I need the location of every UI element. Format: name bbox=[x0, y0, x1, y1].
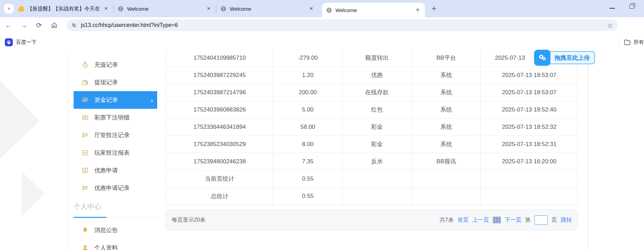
cell-time bbox=[481, 188, 577, 205]
next-page-link[interactable]: 下一页 bbox=[505, 217, 521, 224]
tab-welcome-2[interactable]: Welcome × bbox=[216, 0, 319, 17]
cell-source: 系统 bbox=[411, 67, 481, 84]
cell-source: 系统 bbox=[411, 101, 481, 118]
cell-summary-label: 总统计 bbox=[166, 188, 273, 205]
sidebar-item-personal-profile[interactable]: 个人资料 bbox=[74, 239, 157, 250]
page-jump-input[interactable] bbox=[534, 215, 548, 225]
sidebar-item-hall-bet-records[interactable]: 厅室投注记录 bbox=[74, 126, 157, 144]
drag-upload-label[interactable]: 拖拽至此上传 bbox=[547, 51, 595, 64]
baidu-paw-icon bbox=[5, 38, 13, 46]
sidebar-item-label: 提现记录 bbox=[94, 78, 118, 86]
cell-type: 彩金 bbox=[342, 136, 411, 153]
content-scrollbar[interactable] bbox=[587, 51, 588, 250]
back-button[interactable]: ← bbox=[2, 19, 15, 32]
all-bookmarks-button[interactable]: 所有 bbox=[619, 37, 644, 47]
cell-time bbox=[481, 170, 577, 187]
cell-order-no: 1752403987214796 bbox=[166, 84, 273, 101]
window-restore-button[interactable] bbox=[629, 4, 634, 9]
cell-source: 系统 bbox=[411, 136, 481, 153]
cell-amount: 0.55 bbox=[273, 188, 342, 205]
person-icon bbox=[81, 244, 89, 250]
prev-page-link[interactable]: 上一页 bbox=[472, 217, 489, 224]
fund-records-table: 1752404109985710 -279.00 额度转出 BB平台 2025-… bbox=[166, 51, 578, 205]
first-page-link[interactable]: 首页 bbox=[457, 217, 468, 224]
drag-upload-overlay[interactable]: 拖拽至此上传 bbox=[534, 50, 595, 66]
cell-summary-label: 当前页统计 bbox=[166, 170, 273, 187]
pagination-bar: 每页显示20条 共7条 首页 上一页 [1] 下一页 第 页 跳转 bbox=[166, 210, 578, 230]
cell-type: 红包 bbox=[342, 101, 411, 118]
tab-welcome-active[interactable]: Welcome × bbox=[322, 3, 425, 17]
svg-text:¥: ¥ bbox=[84, 64, 86, 67]
sidebar-item-fund-records[interactable]: 资金记录 › bbox=[74, 91, 157, 109]
jump-button[interactable]: 跳转 bbox=[561, 217, 572, 224]
window-minimize-button[interactable] bbox=[609, 8, 615, 9]
sidebar-item-recharge-records[interactable]: ¥ 充值记录 bbox=[74, 56, 157, 74]
site-settings-icon[interactable] bbox=[71, 22, 77, 28]
tab-close-icon[interactable]: × bbox=[102, 5, 110, 12]
sidebar-item-promo-apply[interactable]: 优惠申请 bbox=[74, 162, 157, 179]
home-icon bbox=[51, 22, 58, 29]
cell-source: BB视讯 bbox=[411, 153, 481, 170]
tab-forum[interactable]: 【新提醒】【实战有奖】今天在 × bbox=[14, 0, 113, 17]
plus-icon: + bbox=[432, 4, 436, 13]
cell-type bbox=[342, 170, 411, 187]
page-content: ¥ 充值记录 提现记录 资金记录 › 彩票下注明细 厅室投注记录 bbox=[0, 51, 644, 250]
tab-search-chevron-button[interactable]: ˅ bbox=[4, 4, 14, 13]
sidebar-item-label: 彩票下注明细 bbox=[94, 114, 130, 122]
sidebar: ¥ 充值记录 提现记录 资金记录 › 彩票下注明细 厅室投注记录 bbox=[74, 56, 157, 250]
cell-amount: 7.35 bbox=[273, 153, 342, 170]
sidebar-item-message-announcements[interactable]: 消息公告 bbox=[74, 221, 157, 239]
sidebar-item-label: 厅室投注记录 bbox=[94, 131, 130, 139]
forward-button[interactable]: → bbox=[17, 19, 30, 32]
grid-list-icon bbox=[81, 132, 89, 139]
cell-type: 反水 bbox=[342, 153, 411, 170]
tab-close-icon[interactable]: × bbox=[414, 6, 422, 14]
cell-amount: 5.00 bbox=[273, 101, 342, 118]
cell-order-no: 1752403960883826 bbox=[166, 101, 273, 118]
address-bar[interactable]: js13.cc/hhcp/usercenter.html?iniType=6 ☆ bbox=[66, 19, 618, 31]
sidebar-item-withdraw-records[interactable]: 提现记录 bbox=[74, 74, 157, 91]
sidebar-item-promo-apply-records[interactable]: 优惠申请记录 bbox=[74, 179, 157, 197]
cell-source: 系统 bbox=[411, 84, 481, 101]
sidebar-item-lottery-bet-details[interactable]: 彩票下注明细 bbox=[74, 109, 157, 126]
table-row: 1752385234030529 8.00 彩金 系统 2025-07-13 1… bbox=[166, 136, 577, 153]
tab-title: Welcome bbox=[230, 6, 305, 12]
reload-button[interactable]: ⟳ bbox=[32, 19, 46, 32]
cell-amount: 0.55 bbox=[273, 170, 342, 187]
cell-source: BB平台 bbox=[411, 51, 481, 66]
cell-amount: -279.00 bbox=[273, 51, 342, 66]
cell-type: 在线存款 bbox=[342, 84, 411, 101]
chart-icon bbox=[81, 149, 89, 157]
bookmark-star-icon[interactable]: ☆ bbox=[607, 22, 613, 30]
netdisk-logo-icon[interactable] bbox=[534, 50, 550, 66]
sidebar-item-label: 优惠申请 bbox=[94, 166, 118, 174]
tab-title: Welcome bbox=[127, 6, 203, 12]
chevron-down-icon: ˅ bbox=[8, 6, 10, 11]
table-row: 1752336446341894 58.00 彩金 系统 2025-07-13 … bbox=[166, 118, 577, 136]
browser-toolbar: ← → ⟳ js13.cc/hhcp/usercenter.html?iniTy… bbox=[0, 17, 644, 33]
new-tab-button[interactable]: + bbox=[429, 4, 439, 13]
cell-order-no: 1752336446341894 bbox=[166, 118, 273, 135]
total-count-text: 共7条 bbox=[439, 217, 454, 224]
tab-close-icon[interactable]: × bbox=[307, 5, 315, 12]
globe-icon bbox=[118, 6, 124, 12]
bell-icon bbox=[81, 227, 89, 234]
table-row: 1752403960883826 5.00 红包 系统 2025-07-13 1… bbox=[166, 101, 577, 118]
page-size-text: 每页显示20条 bbox=[172, 217, 206, 224]
cell-time: 2025-07-13 18:53:07 bbox=[481, 84, 577, 101]
sidebar-item-label: 个人资料 bbox=[94, 244, 118, 250]
doc-list-icon bbox=[81, 114, 89, 122]
grid-list-icon bbox=[81, 184, 89, 192]
sidebar-item-player-bet-report[interactable]: 玩家投注报表 bbox=[74, 144, 157, 162]
jump-suffix-label: 页 bbox=[551, 217, 557, 224]
cell-amount: 8.00 bbox=[273, 136, 342, 153]
cell-order-no: 1752394800246238 bbox=[166, 153, 273, 170]
tab-welcome-1[interactable]: Welcome × bbox=[114, 0, 216, 17]
sidebar-item-label: 消息公告 bbox=[94, 226, 118, 234]
bookmarks-bar: 百度一下 所有 bbox=[0, 33, 644, 51]
cell-amount: 1.20 bbox=[273, 67, 342, 84]
tab-close-icon[interactable]: × bbox=[205, 5, 212, 12]
home-button[interactable] bbox=[48, 19, 61, 32]
bookmark-baidu[interactable]: 百度一下 bbox=[5, 37, 37, 47]
cell-type: 额度转出 bbox=[342, 51, 411, 66]
